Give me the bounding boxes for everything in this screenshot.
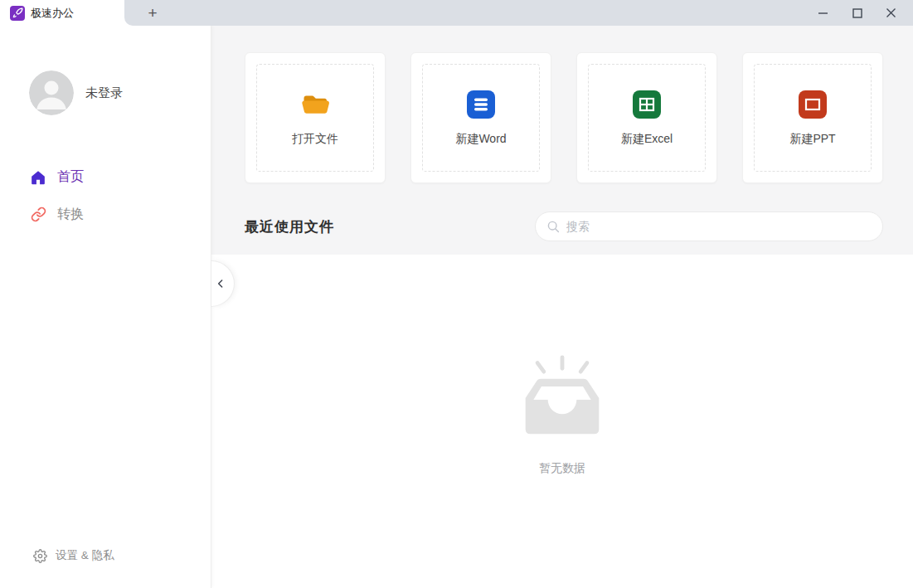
card-label: 新建Excel (621, 132, 673, 147)
new-ppt-card[interactable]: 新建PPT (742, 52, 883, 183)
search-box[interactable] (535, 211, 883, 241)
rocket-logo-icon (10, 6, 25, 21)
sidebar: 未登录 首页 (0, 26, 211, 588)
title-bar: 极速办公 + (0, 0, 913, 26)
search-input[interactable] (566, 220, 871, 233)
open-file-card[interactable]: 打开文件 (245, 52, 386, 183)
sidebar-nav: 首页 转换 (0, 158, 211, 233)
word-doc-icon (466, 90, 496, 119)
new-tab-button[interactable]: + (139, 0, 166, 26)
empty-inbox-icon (514, 353, 610, 441)
minimize-button[interactable] (806, 0, 840, 26)
app-window: 极速办公 + (0, 0, 913, 588)
sidebar-item-label: 首页 (57, 168, 84, 186)
card-label: 打开文件 (292, 132, 338, 147)
user-name: 未登录 (85, 85, 123, 101)
close-button[interactable] (874, 0, 908, 26)
search-icon (547, 221, 560, 233)
excel-grid-icon (632, 90, 662, 119)
tab-strip-background (124, 0, 913, 26)
settings-privacy-button[interactable]: 设置 & 隐私 (33, 548, 114, 563)
settings-privacy-label: 设置 & 隐私 (56, 548, 114, 563)
quick-action-cards: 打开文件 (245, 52, 883, 183)
app-title: 极速办公 (31, 6, 74, 21)
folder-icon (300, 90, 331, 119)
quick-actions-section: 打开文件 (211, 26, 913, 255)
avatar (29, 70, 74, 115)
maximize-button[interactable] (840, 0, 874, 26)
main-content: 打开文件 (211, 26, 913, 588)
recent-files-title: 最近使用文件 (245, 217, 334, 236)
new-excel-card[interactable]: 新建Excel (576, 52, 717, 183)
gear-icon (33, 549, 47, 563)
new-word-card[interactable]: 新建Word (410, 52, 551, 183)
card-label: 新建PPT (789, 132, 835, 147)
ppt-slide-icon (798, 90, 828, 119)
sidebar-item-convert[interactable]: 转换 (0, 196, 211, 233)
empty-state-text: 暂无数据 (539, 461, 585, 476)
chevron-left-icon (214, 277, 227, 290)
sidebar-item-label: 转换 (57, 206, 84, 223)
card-label: 新建Word (455, 132, 506, 147)
active-tab[interactable]: 极速办公 (0, 0, 124, 26)
sidebar-item-home[interactable]: 首页 (0, 158, 211, 196)
window-controls (806, 0, 908, 26)
empty-state: 暂无数据 (211, 255, 913, 476)
convert-link-icon (30, 207, 46, 223)
user-login-block[interactable]: 未登录 (29, 70, 123, 115)
home-icon (30, 169, 46, 186)
recent-files-header: 最近使用文件 (245, 211, 883, 241)
